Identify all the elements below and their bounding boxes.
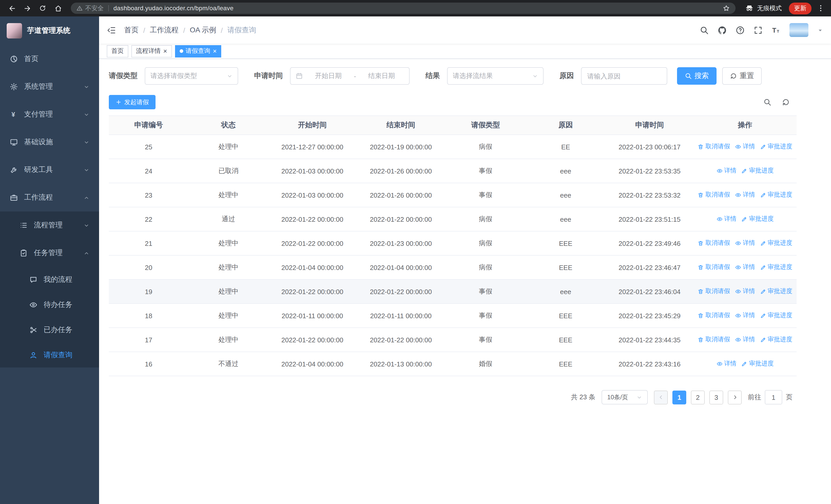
cell-apply-id: 21: [109, 231, 189, 255]
cancel-leave-link[interactable]: 取消请假: [698, 335, 730, 344]
detail-link[interactable]: 详情: [716, 215, 736, 224]
back-icon[interactable]: [5, 2, 19, 15]
detail-link[interactable]: 详情: [716, 167, 736, 175]
detail-link[interactable]: 详情: [735, 239, 755, 248]
next-page-button[interactable]: [728, 390, 742, 404]
header-search-icon[interactable]: [699, 25, 709, 35]
sidebar-toggle-icon[interactable]: [107, 25, 116, 35]
toggle-search-icon[interactable]: [763, 98, 771, 106]
table-row: 16 不通过 2022-01-04 00:00:00 2022-01-13 00…: [109, 352, 797, 376]
reload-icon[interactable]: [36, 2, 49, 15]
search-button-label: 搜索: [694, 71, 709, 81]
cell-apply-id: 16: [109, 352, 189, 376]
detail-link[interactable]: 详情: [735, 191, 755, 199]
tabs-bar: 首页 流程详情 × 请假查询 ×: [99, 43, 831, 59]
sidebar-item-task-management[interactable]: 任务管理: [0, 239, 99, 267]
security-warning[interactable]: 不安全: [77, 4, 104, 12]
approval-progress-link[interactable]: 审批进度: [760, 263, 792, 272]
tab-process-detail[interactable]: 流程详情 ×: [132, 45, 172, 57]
github-icon[interactable]: [718, 25, 727, 35]
cell-apply-id: 22: [109, 207, 189, 231]
sidebar-item-home[interactable]: 首页: [0, 45, 99, 73]
cancel-leave-link[interactable]: 取消请假: [698, 287, 730, 296]
goto-page-input[interactable]: [765, 390, 782, 405]
detail-link[interactable]: 详情: [735, 311, 755, 320]
sidebar-item-done-tasks[interactable]: 已办任务: [0, 317, 99, 342]
reason-input[interactable]: [581, 67, 667, 85]
home-icon[interactable]: [51, 2, 65, 15]
browser-update-button[interactable]: 更新: [789, 2, 811, 14]
table-row: 20 处理中 2022-01-04 00:00:00 2022-01-04 00…: [109, 255, 797, 279]
prev-page-button[interactable]: [654, 390, 668, 404]
page-button-2[interactable]: 2: [691, 390, 705, 404]
approval-progress-link[interactable]: 审批进度: [760, 335, 792, 344]
cell-end-time: 2022-01-23 00:00:00: [356, 231, 446, 255]
cell-apply-time: 2022-01-22 23:43:16: [606, 352, 693, 376]
pen-icon: [760, 192, 766, 198]
close-tab-icon[interactable]: ×: [213, 48, 217, 54]
sidebar-item-dev-tools[interactable]: 研发工具: [0, 156, 99, 184]
create-leave-button[interactable]: 发起请假: [109, 95, 155, 109]
breadcrumb-item[interactable]: OA 示例: [190, 25, 216, 35]
pen-icon: [760, 240, 766, 246]
approval-progress-link[interactable]: 审批进度: [760, 142, 792, 151]
total-count: 共 23 条: [571, 393, 595, 402]
page-button-3[interactable]: 3: [709, 390, 723, 404]
sidebar-item-infrastructure[interactable]: 基础设施: [0, 128, 99, 156]
approval-progress-link[interactable]: 审批进度: [741, 359, 774, 368]
cell-apply-time: 2022-01-22 23:46:04: [606, 279, 693, 304]
result-select[interactable]: 请选择流结果: [447, 67, 544, 85]
eye-icon: [735, 144, 741, 150]
approval-progress-link[interactable]: 审批进度: [760, 239, 792, 248]
tab-home[interactable]: 首页: [107, 45, 128, 57]
page-button-1[interactable]: 1: [672, 390, 686, 404]
leave-type-select[interactable]: 请选择请假类型: [145, 67, 238, 85]
user-menu-caret-icon[interactable]: [817, 27, 823, 33]
font-size-icon[interactable]: [771, 25, 781, 35]
detail-link[interactable]: 详情: [735, 287, 755, 296]
breadcrumb-item[interactable]: 首页: [124, 25, 139, 35]
cancel-leave-link[interactable]: 取消请假: [698, 263, 730, 272]
sidebar-item-my-processes[interactable]: 我的流程: [0, 267, 99, 292]
sidebar-item-process-management[interactable]: 流程管理: [0, 211, 99, 239]
address-bar[interactable]: 不安全 dashboard.yudao.iocoder.cn/bpm/oa/le…: [71, 3, 736, 14]
cancel-leave-link[interactable]: 取消请假: [698, 311, 730, 320]
forward-icon[interactable]: [21, 2, 34, 15]
cancel-leave-link[interactable]: 取消请假: [698, 142, 730, 151]
reset-button[interactable]: 重置: [722, 67, 762, 85]
cancel-leave-link[interactable]: 取消请假: [698, 239, 730, 248]
close-tab-icon[interactable]: ×: [163, 48, 167, 54]
leave-table: 申请编号 状态 开始时间 结束时间 请假类型 原因 申请时间 操作: [109, 116, 797, 376]
approval-progress-link[interactable]: 审批进度: [760, 191, 792, 199]
sidebar-item-workflow[interactable]: 工作流程: [0, 184, 99, 211]
approval-progress-link[interactable]: 审批进度: [741, 167, 774, 175]
cell-reason: EEE: [525, 255, 606, 279]
cancel-leave-link[interactable]: 取消请假: [698, 191, 730, 199]
url-text: dashboard.yudao.iocoder.cn/bpm/oa/leave: [113, 5, 233, 12]
breadcrumb-item[interactable]: 工作流程: [150, 25, 179, 35]
sidebar-item-payment-management[interactable]: 支付管理: [0, 100, 99, 128]
approval-progress-link[interactable]: 审批进度: [760, 287, 792, 296]
user-avatar[interactable]: [790, 23, 808, 37]
detail-link[interactable]: 详情: [735, 263, 755, 272]
detail-link[interactable]: 详情: [716, 359, 736, 368]
tab-leave-query[interactable]: 请假查询 ×: [175, 45, 221, 57]
approval-progress-link[interactable]: 审批进度: [741, 215, 774, 224]
chevron-down-icon: [84, 139, 89, 145]
fullscreen-icon[interactable]: [753, 25, 763, 35]
detail-link[interactable]: 详情: [735, 335, 755, 344]
sidebar-item-label: 工作流程: [24, 193, 53, 202]
refresh-table-icon[interactable]: [782, 98, 790, 106]
sidebar-item-todo-tasks[interactable]: 待办任务: [0, 292, 99, 317]
start-date-placeholder: 开始日期: [306, 71, 351, 81]
sidebar-item-leave-query[interactable]: 请假查询: [0, 342, 99, 367]
help-icon[interactable]: [736, 25, 745, 35]
date-range-picker[interactable]: 开始日期 - 结束日期: [290, 67, 409, 85]
bookmark-star-icon[interactable]: [723, 5, 730, 12]
detail-link[interactable]: 详情: [735, 142, 755, 151]
page-size-select[interactable]: 10条/页: [602, 390, 648, 405]
browser-menu-icon[interactable]: [815, 4, 826, 12]
search-button[interactable]: 搜索: [677, 67, 717, 85]
sidebar-item-system-management[interactable]: 系统管理: [0, 73, 99, 100]
approval-progress-link[interactable]: 审批进度: [760, 311, 792, 320]
